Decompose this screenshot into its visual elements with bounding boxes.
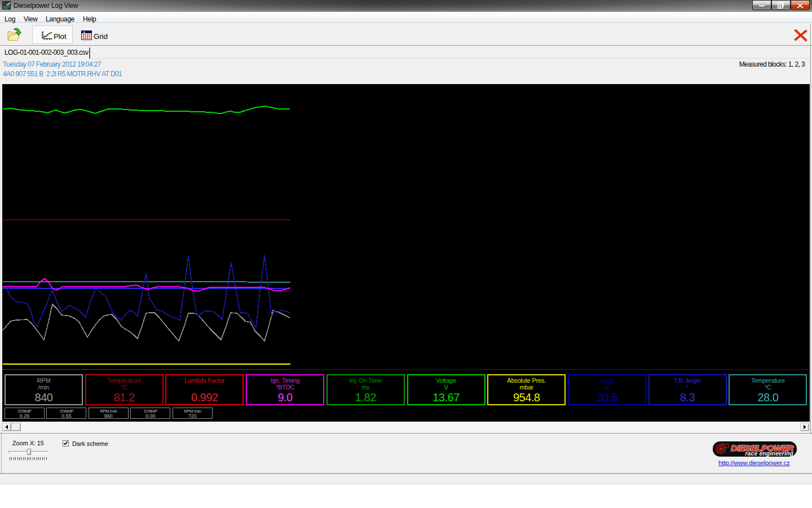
svg-text:race engineering: race engineering bbox=[745, 450, 793, 457]
